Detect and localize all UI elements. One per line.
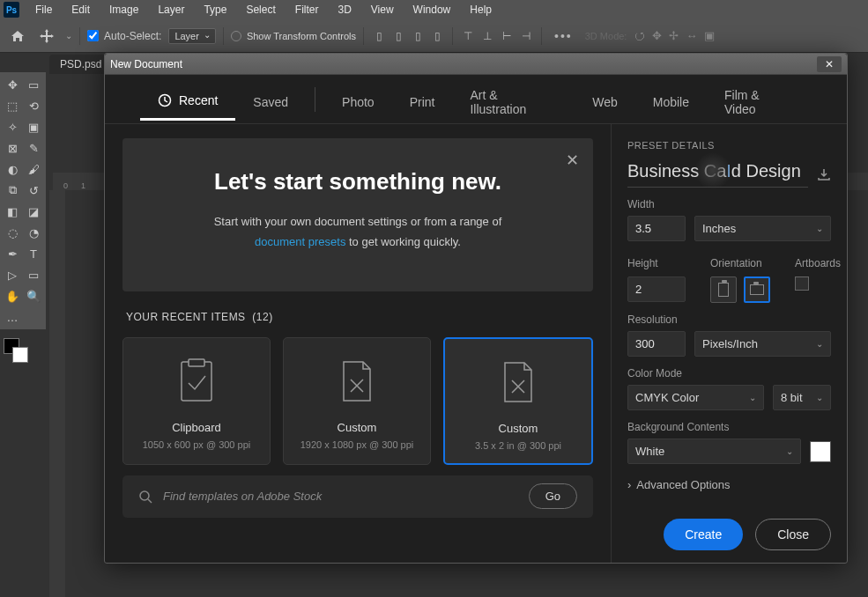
preset-card-custom-2[interactable]: Custom 3.5 x 2 in @ 300 ppi	[443, 337, 593, 465]
healing-brush-icon[interactable]: ◐	[2, 158, 23, 180]
home-icon[interactable]	[7, 26, 28, 46]
orbit-icon[interactable]: ⭯	[634, 29, 645, 42]
hand-tool-icon[interactable]: ✋	[2, 285, 23, 306]
preset-meta: 3.5 x 2 in @ 300 ppi	[454, 440, 582, 451]
orientation-landscape-button[interactable]	[744, 276, 770, 303]
document-tab[interactable]: PSD.psd	[49, 55, 112, 74]
slide-icon[interactable]: ↔	[686, 29, 697, 42]
align-group: ▯ ▯ ▯ ▯	[371, 28, 445, 44]
colormode-dropdown[interactable]: CMYK Color ⌄	[627, 385, 764, 410]
resolution-input[interactable]	[627, 331, 686, 357]
app-icon: Ps	[4, 2, 19, 18]
artboard-tool-icon[interactable]: ▭	[23, 74, 44, 95]
lasso-tool-icon[interactable]: ⟲	[23, 95, 44, 116]
tab-label: Photo	[342, 95, 375, 109]
menu-file[interactable]: File	[26, 2, 61, 18]
close-button[interactable]: Close	[755, 519, 831, 550]
auto-select-checkbox[interactable]: Auto-Select:	[87, 30, 161, 42]
artboards-checkbox[interactable]	[795, 276, 809, 291]
tab-label: Recent	[179, 93, 218, 107]
distribute-center-v-icon[interactable]: ⊥	[479, 28, 495, 44]
distribute-top-icon[interactable]: ⊤	[460, 28, 476, 44]
tab-web[interactable]: Web	[575, 79, 635, 120]
tab-recent[interactable]: Recent	[140, 77, 235, 121]
close-icon[interactable]: ✕	[566, 151, 579, 170]
align-left-icon[interactable]: ▯	[371, 28, 387, 44]
camera-icon[interactable]: ▣	[704, 29, 715, 42]
menu-type[interactable]: Type	[195, 2, 235, 18]
menu-edit[interactable]: Edit	[63, 2, 99, 18]
menu-select[interactable]: Select	[237, 2, 284, 18]
tab-mobile[interactable]: Mobile	[635, 79, 707, 120]
tab-film[interactable]: Film & Video	[707, 72, 812, 127]
document-presets-link[interactable]: document presets	[255, 235, 345, 248]
pan-icon[interactable]: ✥	[652, 29, 662, 42]
background-color-swatch[interactable]	[810, 441, 831, 462]
move-tool-icon[interactable]	[35, 25, 58, 48]
height-input[interactable]	[627, 276, 686, 302]
pen-tool-icon[interactable]: ✒	[2, 243, 23, 264]
menu-help[interactable]: Help	[461, 2, 501, 18]
frame-tool-icon[interactable]: ⊠	[2, 137, 23, 158]
align-center-h-icon[interactable]: ▯	[390, 28, 406, 44]
width-unit-dropdown[interactable]: Inches ⌄	[694, 216, 831, 241]
save-preset-icon[interactable]	[817, 167, 831, 181]
resolution-unit-dropdown[interactable]: Pixels/Inch ⌄	[694, 331, 831, 357]
blur-tool-icon[interactable]: ◌	[2, 222, 23, 243]
tab-saved[interactable]: Saved	[235, 79, 306, 120]
gradient-tool-icon[interactable]: ◪	[23, 201, 44, 222]
align-top-icon[interactable]: ▯	[429, 28, 445, 44]
background-swatch[interactable]	[12, 347, 28, 363]
width-label: Width	[627, 198, 831, 210]
menu-view[interactable]: View	[362, 2, 403, 18]
brush-tool-icon[interactable]: 🖌	[23, 158, 44, 180]
dodge-tool-icon[interactable]: ◔	[23, 222, 44, 243]
menu-3d[interactable]: 3D	[329, 2, 360, 18]
width-input[interactable]	[627, 216, 686, 241]
crop-tool-icon[interactable]: ▣	[23, 116, 44, 137]
type-tool-icon[interactable]: T	[23, 243, 44, 264]
show-transform-checkbox[interactable]: Show Transform Controls	[231, 31, 356, 41]
eraser-tool-icon[interactable]: ◧	[2, 201, 23, 222]
tab-art[interactable]: Art & Illustration	[452, 72, 575, 127]
edit-toolbar-icon[interactable]: …	[2, 306, 23, 328]
go-button[interactable]: Go	[529, 483, 577, 509]
zoom-tool-icon[interactable]: 🔍	[23, 285, 44, 306]
shape-tool-icon[interactable]: ▭	[23, 264, 44, 285]
magic-wand-icon[interactable]: ✧	[2, 116, 23, 137]
background-contents-dropdown[interactable]: White ⌄	[627, 439, 801, 464]
close-icon[interactable]: ✕	[817, 56, 842, 72]
menu-window[interactable]: Window	[404, 2, 460, 18]
create-button[interactable]: Create	[664, 519, 743, 550]
preset-card-clipboard[interactable]: Clipboard 1050 x 600 px @ 300 ppi	[122, 337, 271, 465]
search-icon	[138, 490, 152, 504]
history-brush-icon[interactable]: ↺	[23, 180, 44, 201]
advanced-options-toggle[interactable]: › Advanced Options	[627, 478, 831, 491]
tab-print[interactable]: Print	[392, 79, 453, 120]
eyedropper-icon[interactable]: ✎	[23, 137, 44, 158]
menu-filter[interactable]: Filter	[286, 2, 328, 18]
dolly-icon[interactable]: ✢	[669, 29, 679, 42]
align-right-icon[interactable]: ▯	[410, 28, 426, 44]
preset-name-input[interactable]: Business CaId Design	[627, 161, 808, 188]
marquee-tool-icon[interactable]: ⬚	[2, 95, 23, 116]
auto-select-target-dropdown[interactable]: Layer	[168, 28, 216, 44]
more-options-icon[interactable]: •••	[549, 29, 578, 43]
menu-image[interactable]: Image	[100, 2, 147, 18]
auto-select-label: Auto-Select:	[104, 30, 161, 42]
stock-search-input[interactable]: Find templates on Adobe Stock	[163, 490, 518, 503]
color-swatches[interactable]	[4, 338, 39, 365]
chevron-down-icon: ⌄	[816, 224, 823, 233]
move-tool-icon[interactable]: ✥	[2, 74, 23, 95]
chevron-down-icon[interactable]: ⌄	[65, 31, 72, 41]
clone-stamp-icon[interactable]: ⧉	[2, 180, 23, 201]
dropdown-value: 8 bit	[781, 391, 803, 404]
distribute-bottom-icon[interactable]: ⊢	[499, 28, 515, 44]
bitdepth-dropdown[interactable]: 8 bit ⌄	[773, 385, 831, 410]
menu-layer[interactable]: Layer	[149, 2, 193, 18]
path-select-icon[interactable]: ▷	[2, 264, 23, 285]
orientation-portrait-button[interactable]	[710, 276, 737, 303]
preset-card-custom-1[interactable]: Custom 1920 x 1080 px @ 300 ppi	[283, 337, 431, 465]
tab-photo[interactable]: Photo	[324, 79, 392, 120]
distribute-left-icon[interactable]: ⊣	[518, 28, 534, 44]
